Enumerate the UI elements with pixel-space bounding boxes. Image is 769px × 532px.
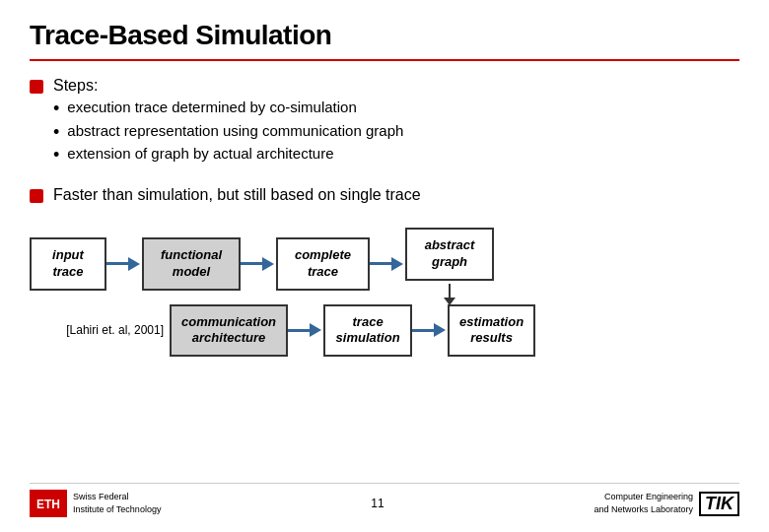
bullet-section-2: Faster than simulation, but still based … [30, 186, 739, 204]
bullet2-label: Faster than simulation, but still based … [53, 186, 421, 204]
eth-logo-box: ETH [30, 490, 67, 517]
box-abstract-graph: abstract graph [405, 228, 494, 281]
box-comm-arch: communication architecture [170, 304, 288, 358]
sub-bullet-1: • execution trace determined by co-simul… [53, 99, 739, 120]
main-bullet-1: Steps: [30, 77, 739, 95]
tik-logo: TIK [699, 492, 739, 516]
right-line2: and Networks Laboratory [594, 503, 693, 516]
eth-text: Swiss Federal Institute of Technology [73, 491, 161, 515]
eth-line2: Institute of Technology [73, 503, 161, 516]
bullet1-label: Steps: [53, 77, 98, 95]
abstract-graph-col: complete trace [276, 237, 370, 291]
right-logo-text: Computer Engineering and Networks Labora… [594, 491, 693, 515]
right-logo: Computer Engineering and Networks Labora… [594, 491, 739, 515]
sub-bullet-text-1: execution trace determined by co-simulat… [67, 99, 356, 115]
sub-dot-1: • [53, 99, 59, 120]
flow-row-1: input trace functional model complete tr… [30, 228, 739, 300]
sub-dot-3: • [53, 145, 59, 166]
bullet-section-1: Steps: • execution trace determined by c… [30, 77, 739, 166]
eth-logo: ETH Swiss Federal Institute of Technolog… [30, 490, 161, 517]
eth-line1: Swiss Federal [73, 491, 161, 503]
content-area: Steps: • execution trace determined by c… [30, 77, 739, 483]
sub-bullet-2: • abstract representation using communic… [53, 122, 739, 144]
sub-bullets: • execution trace determined by co-simul… [53, 99, 739, 166]
sub-bullet-3: • extension of graph by actual architect… [53, 145, 739, 166]
slide-title: Trace-Based Simulation [30, 20, 739, 51]
arrow-3 [370, 257, 405, 271]
down-arrow-abstract [449, 284, 451, 298]
flow-row-2: [Lahiri et. al, 2001] communication arch… [30, 304, 739, 358]
arrow-4 [288, 323, 323, 337]
flow-diagram: input trace functional model complete tr… [30, 228, 739, 358]
arrow-1 [106, 257, 142, 271]
title-area: Trace-Based Simulation [30, 20, 739, 61]
box-functional-model: functional model [142, 237, 241, 291]
svg-text:ETH: ETH [36, 498, 60, 511]
sub-dot-2: • [53, 122, 59, 144]
right-line1: Computer Engineering [594, 491, 693, 503]
box-trace-sim: trace simulation [323, 304, 412, 358]
sub-bullet-text-2: abstract representation using communicat… [67, 122, 403, 139]
arrow-2 [241, 257, 276, 271]
slide: Trace-Based Simulation Steps: • executio… [0, 0, 769, 532]
eth-emblem: ETH [34, 494, 63, 513]
bottom-bar: ETH Swiss Federal Institute of Technolog… [30, 483, 739, 517]
box-input-trace: input trace [30, 237, 106, 291]
lahiri-reference: [Lahiri et. al, 2001] [30, 323, 164, 337]
bullet-icon-2 [30, 189, 43, 203]
bullet-icon-1 [30, 80, 43, 94]
arrow-5 [412, 323, 448, 337]
sub-bullet-text-3: extension of graph by actual architectur… [67, 145, 333, 162]
abstract-graph-box-col: abstract graph [405, 228, 494, 300]
box-est-results: estimation results [448, 304, 535, 358]
page-number: 11 [371, 497, 384, 510]
box-complete-trace: complete trace [276, 237, 370, 291]
